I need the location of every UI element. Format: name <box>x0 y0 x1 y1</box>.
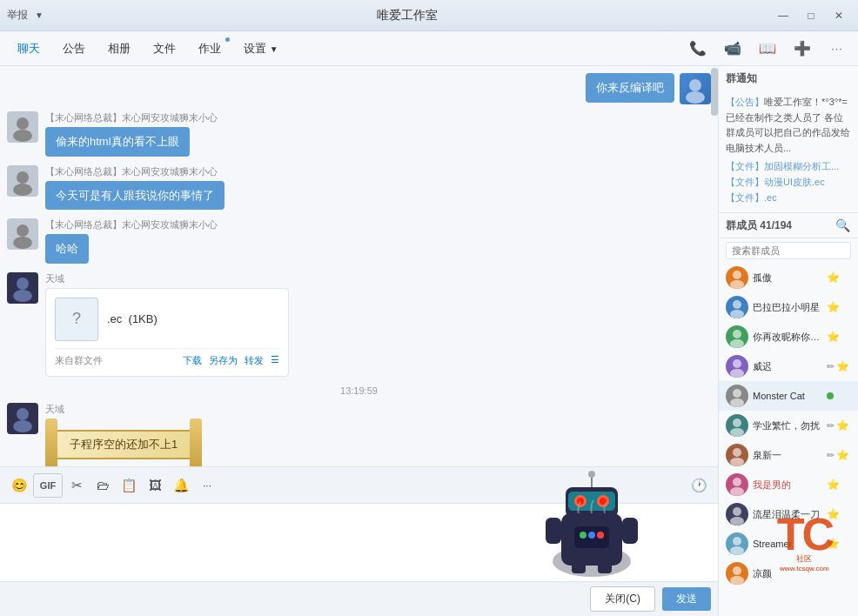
svg-point-33 <box>730 546 744 555</box>
svg-point-0 <box>689 79 701 91</box>
member-item-6[interactable]: 学业繁忙，勿扰 ✏ ⭐ <box>719 411 858 440</box>
add-member-button[interactable]: ➕ <box>788 35 816 63</box>
member-item-7[interactable]: 泉新一 ✏ ⭐ <box>719 440 858 470</box>
svg-point-23 <box>730 398 744 407</box>
avatar-3 <box>726 325 748 348</box>
star-icon-3: ⭐ <box>827 331 840 343</box>
member-name-7: 泉新一 <box>753 449 822 462</box>
avatar-4 <box>726 355 748 378</box>
video-icon-button[interactable]: 📹 <box>719 35 747 63</box>
menu-bar: 聊天 公告 相册 文件 作业 设置 ▼ 📞 📹 📖 ➕ ··· <box>0 31 858 66</box>
member-item-4[interactable]: 威迟 ✏ ⭐ <box>719 352 858 381</box>
emoji-button[interactable]: 😊 <box>7 473 31 498</box>
minimize-button[interactable]: — <box>771 6 795 25</box>
svg-point-32 <box>733 537 741 546</box>
member-item-5[interactable]: Monster Cat <box>719 381 858 411</box>
member-search-input[interactable] <box>726 242 851 259</box>
menu-item-homework[interactable]: 作业 <box>188 37 231 60</box>
edit-icon-7: ✏ <box>827 450 835 461</box>
svg-point-30 <box>733 507 741 516</box>
member-item-2[interactable]: 巴拉巴拉小明星 ⭐ <box>719 292 858 322</box>
member-item-9[interactable]: 流星泪温柔一刀 ⭐ <box>719 499 858 529</box>
file-saveas-link[interactable]: 另存为 <box>209 354 238 367</box>
badges-10: ⭐ <box>827 538 840 550</box>
member-item-10[interactable]: Streamer ⭐ <box>719 529 858 559</box>
menu-item-settings[interactable]: 设置 ▼ <box>233 37 289 60</box>
edit-icon-6: ✏ <box>827 420 835 432</box>
title-bar: 举报 ▼ 唯爱工作室 — □ ✕ <box>0 0 858 31</box>
menu-item-chat[interactable]: 聊天 <box>7 37 50 60</box>
avatar-1 <box>726 266 748 289</box>
menu-item-album[interactable]: 相册 <box>97 37 141 60</box>
announcement-body: 【公告】唯爱工作室！*°3°*=已经在制作之类人员了 各位群成员可以把自己的作品… <box>719 91 858 213</box>
chat-input[interactable] <box>7 511 711 574</box>
sender-name-4: 【末心网络总裁】末心网安攻城狮末小心 <box>45 218 711 231</box>
file-actions: 来自群文件 下载 另存为 转发 ☰ <box>55 348 279 367</box>
message-content-file: 天域 ? .ec (1KB) 来自群文件 下载 <box>45 272 711 377</box>
chat-messages[interactable]: 你来反编译吧 【末心网络总裁】末心网安攻城狮末小心 偷来的html真的看不上眼 <box>0 66 718 466</box>
member-item-1[interactable]: 孤傲 ⭐ <box>719 263 858 292</box>
gif-button[interactable]: GIF <box>33 473 63 498</box>
cut-icon-button[interactable]: ✂ <box>64 473 89 498</box>
avatar-other-2 <box>7 165 38 197</box>
avatar-9 <box>726 503 748 526</box>
more-toolbar-button[interactable]: ··· <box>195 473 219 498</box>
announcement-title: 群通知 <box>719 66 858 91</box>
member-item-11[interactable]: 凉颜 <box>719 559 858 588</box>
badges-9: ⭐ <box>827 508 840 520</box>
star-icon-9: ⭐ <box>827 508 840 520</box>
send-button[interactable]: 发送 <box>662 587 711 611</box>
window-title: 唯爱工作室 <box>44 8 771 23</box>
svg-point-3 <box>13 130 32 142</box>
report-text[interactable]: 举报 <box>7 8 28 23</box>
phone-icon-button[interactable]: 📞 <box>684 35 712 63</box>
message-row-4: 【末心网络总裁】末心网安攻城狮末小心 哈哈 <box>7 218 711 264</box>
close-button[interactable]: ✕ <box>827 6 851 25</box>
message-content-3: 【末心网络总裁】末心网安攻城狮末小心 今天可是有人跟我说你的事情了 <box>45 165 711 211</box>
message-text-1: 你来反编译吧 <box>586 73 674 103</box>
file-name: .ec (1KB) <box>107 312 158 325</box>
svg-point-18 <box>733 330 741 338</box>
member-name-1: 孤傲 <box>753 271 822 285</box>
menu-item-file[interactable]: 文件 <box>143 37 186 60</box>
avatar-tianyu-2 <box>7 403 38 434</box>
bell-icon-button[interactable]: 🔔 <box>169 473 193 498</box>
svg-point-7 <box>13 237 32 249</box>
file-forward-link[interactable]: 转发 <box>245 354 264 367</box>
scrollbar-track[interactable] <box>711 66 718 466</box>
more-button[interactable]: ··· <box>823 35 851 63</box>
star-icon-4: ⭐ <box>836 360 849 372</box>
clock-icon-button[interactable]: 🕐 <box>687 473 711 498</box>
file-link-1[interactable]: 【文件】加固模糊分析工... <box>726 159 851 175</box>
file-more-link[interactable]: ☰ <box>271 354 279 367</box>
file-link-2[interactable]: 【文件】动漫UI皮肤.ec <box>726 175 851 191</box>
star-icon-7: ⭐ <box>836 449 849 461</box>
lecture-icon-button[interactable]: 📖 <box>754 35 781 63</box>
member-name-4: 威迟 <box>753 360 822 373</box>
star-icon-6: ⭐ <box>836 419 849 432</box>
svg-point-20 <box>733 359 741 368</box>
file-message: ? .ec (1KB) 来自群文件 下载 另存为 转发 <box>45 288 289 377</box>
message-text-2: 偷来的html真的看不上眼 <box>45 127 190 157</box>
folder-icon-button[interactable]: 🗁 <box>90 473 115 498</box>
image-icon-button[interactable]: 🖼 <box>143 473 167 498</box>
close-chat-button[interactable]: 关闭(C) <box>590 586 655 612</box>
menu-item-notice[interactable]: 公告 <box>52 37 96 60</box>
right-panel: 群通知 【公告】唯爱工作室！*°3°*=已经在制作之类人员了 各位群成员可以把自… <box>719 66 858 616</box>
scrollbar-thumb[interactable] <box>711 68 718 116</box>
member-search-icon-button[interactable]: 🔍 <box>834 217 851 234</box>
file-link-3[interactable]: 【文件】.ec <box>726 191 851 206</box>
star-icon-1: ⭐ <box>827 271 840 284</box>
svg-point-19 <box>730 339 744 348</box>
member-item-3[interactable]: 你再改昵称你是猪 ⭐ <box>719 322 858 352</box>
badges-6: ✏ ⭐ <box>827 419 849 432</box>
file-download-link[interactable]: 下载 <box>183 354 202 367</box>
message-row-scroll: 天域 子程序空的还加不上1 <box>7 403 711 467</box>
scroll-left-decoration <box>45 418 57 467</box>
maximize-button[interactable]: □ <box>799 6 823 25</box>
member-name-streamer: Streamer <box>753 539 822 549</box>
member-item-8[interactable]: 我是男的 ⭐ <box>719 470 858 499</box>
member-name-6: 学业繁忙，勿扰 <box>753 419 822 432</box>
clipboard-icon-button[interactable]: 📋 <box>117 473 141 498</box>
message-row-file: 天域 ? .ec (1KB) 来自群文件 下载 <box>7 272 711 377</box>
